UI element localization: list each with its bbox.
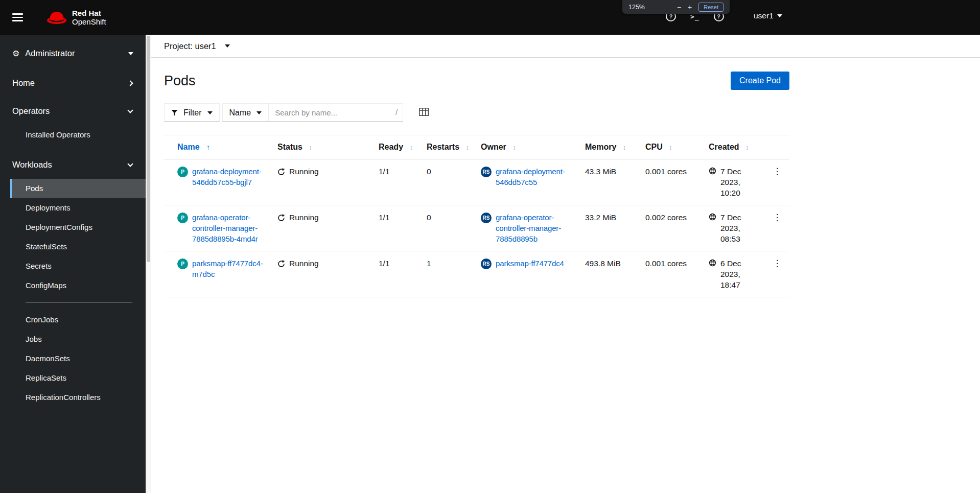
column-header-owner[interactable]: Owner ↕ <box>473 135 577 159</box>
owner-link[interactable]: grafana-operator-controller-manager-7885… <box>496 212 572 244</box>
sort-icon: ↕ <box>465 144 469 151</box>
pods-table: Name ↑ Status ↕ Ready ↕ <box>164 135 789 297</box>
owner-link[interactable]: grafana-deployment-546dd57c55 <box>496 166 572 187</box>
sync-icon <box>277 168 285 176</box>
sync-icon <box>277 214 285 222</box>
filter-funnel-icon <box>171 109 178 116</box>
sidebar-scrollbar[interactable] <box>146 35 151 493</box>
sync-icon <box>277 260 285 268</box>
sidebar-item-pods[interactable]: Pods <box>10 179 146 198</box>
pod-link[interactable]: grafana-deployment-546dd57c55-bgjl7 <box>192 166 264 187</box>
memory-cell: 43.3 MiB <box>577 159 637 205</box>
column-header-name[interactable]: Name ↑ <box>164 135 269 159</box>
page-header: Pods Create Pod <box>164 72 789 90</box>
filter-by-dropdown[interactable]: Name <box>222 103 269 122</box>
sidebar-item-deploymentconfigs[interactable]: DeploymentConfigs <box>0 218 146 237</box>
sort-icon: ↕ <box>512 144 516 151</box>
user-menu[interactable]: user1 <box>754 11 782 20</box>
pod-link[interactable]: parksmap-ff7477dc4-m7d5c <box>192 258 264 279</box>
column-header-restarts[interactable]: Restarts ↕ <box>418 135 473 159</box>
project-label: Project: user1 <box>164 41 216 51</box>
status-text: Running <box>289 212 319 223</box>
column-header-ready[interactable]: Ready ↕ <box>370 135 418 159</box>
zoom-out-button[interactable]: − <box>677 4 681 11</box>
browser-zoom-popup: 125% − + Reset <box>622 0 730 14</box>
status-text: Running <box>289 166 319 177</box>
chevron-down-icon <box>777 14 782 17</box>
created-timestamp: 7 Dec 2023, 08:53 <box>720 212 760 244</box>
search-input[interactable] <box>269 103 403 122</box>
sidebar-item-jobs[interactable]: Jobs <box>0 330 146 349</box>
sidebar-item-home[interactable]: Home <box>0 69 146 97</box>
perspective-switcher[interactable]: ⚙ Administrator <box>0 35 146 69</box>
sidebar-item-replicasets[interactable]: ReplicaSets <box>0 368 146 388</box>
openshift-console: Red Hat OpenShift ? >_ ? user1 125% − + … <box>0 0 980 493</box>
chevron-down-icon <box>256 111 262 114</box>
sidebar-item-replicationcontrollers[interactable]: ReplicationControllers <box>0 388 146 407</box>
sort-icon: ↕ <box>745 144 749 151</box>
sidebar-item-workloads[interactable]: Workloads <box>0 151 146 179</box>
redhat-openshift-logo: Red Hat OpenShift <box>46 9 106 26</box>
kebab-menu-icon[interactable]: ⋮ <box>769 258 786 269</box>
restarts-cell: 0 <box>418 159 473 205</box>
kebab-menu-icon[interactable]: ⋮ <box>769 166 786 177</box>
chevron-right-icon <box>127 80 133 86</box>
sidebar-item-secrets[interactable]: Secrets <box>0 256 146 276</box>
table-header-row: Name ↑ Status ↕ Ready ↕ <box>164 135 789 159</box>
created-timestamp: 7 Dec 2023, 10:20 <box>720 166 760 198</box>
brand-text: Red Hat OpenShift <box>72 9 106 26</box>
workloads-subnav: Pods Deployments DeploymentConfigs State… <box>0 179 146 413</box>
manage-columns-button[interactable] <box>417 106 431 120</box>
sidebar-item-cronjobs[interactable]: CronJobs <box>0 310 146 330</box>
sidebar-item-configmaps[interactable]: ConfigMaps <box>0 276 146 295</box>
owner-link[interactable]: parksmap-ff7477dc4 <box>496 258 564 269</box>
page-title: Pods <box>164 73 196 89</box>
cpu-cell: 0.001 cores <box>637 251 701 297</box>
chevron-down-icon <box>127 107 133 113</box>
sidebar-item-statefulsets[interactable]: StatefulSets <box>0 237 146 256</box>
nav-toggle-button[interactable] <box>12 8 31 27</box>
chevron-down-icon <box>207 111 213 114</box>
sidebar-item-daemonsets[interactable]: DaemonSets <box>0 349 146 368</box>
created-timestamp: 6 Dec 2023, 18:47 <box>720 258 760 290</box>
zoom-reset-button[interactable]: Reset <box>698 3 724 12</box>
replicaset-badge: RS <box>481 167 492 177</box>
brand-redhat: Red Hat <box>72 9 106 17</box>
sort-icon: ↕ <box>623 144 626 151</box>
masthead: Red Hat OpenShift ? >_ ? user1 <box>0 0 980 35</box>
project-selector[interactable]: Project: user1 <box>164 41 230 51</box>
search-box: / <box>269 103 403 122</box>
filter-dropdown[interactable]: Filter <box>164 103 220 122</box>
zoom-in-button[interactable]: + <box>688 4 692 11</box>
project-bar: Project: user1 <box>151 35 980 58</box>
table-row: P parksmap-ff7477dc4-m7d5c Running 1/ <box>164 251 789 297</box>
replicaset-badge: RS <box>481 259 492 269</box>
restarts-cell: 1 <box>418 251 473 297</box>
ready-cell: 1/1 <box>370 251 418 297</box>
column-header-created[interactable]: Created ↕ <box>701 135 765 159</box>
redhat-fedora-icon <box>46 10 67 25</box>
kebab-menu-icon[interactable]: ⋮ <box>769 212 786 223</box>
filter-toolbar: Filter Name / <box>164 103 789 122</box>
ready-cell: 1/1 <box>370 205 418 251</box>
globe-icon <box>709 213 716 221</box>
pod-link[interactable]: grafana-operator-controller-manager-7885… <box>192 212 264 244</box>
pod-badge: P <box>177 259 188 269</box>
scrollbar-thumb[interactable] <box>147 36 150 262</box>
table-row: P grafana-operator-controller-manager-78… <box>164 205 789 251</box>
sidebar-item-installed-operators[interactable]: Installed Operators <box>0 125 146 145</box>
replicaset-badge: RS <box>481 213 492 223</box>
search-shortcut-hint: / <box>395 108 398 116</box>
column-header-status[interactable]: Status ↕ <box>269 135 370 159</box>
table-row: P grafana-deployment-546dd57c55-bgjl7 Ru… <box>164 159 789 205</box>
chevron-down-icon <box>128 52 133 55</box>
create-pod-button[interactable]: Create Pod <box>731 72 789 90</box>
chevron-down-icon <box>127 161 133 167</box>
column-header-memory[interactable]: Memory ↕ <box>577 135 637 159</box>
sidebar-item-operators[interactable]: Operators <box>0 97 146 125</box>
sidebar-item-deployments[interactable]: Deployments <box>0 198 146 218</box>
page-content: Pods Create Pod Filter Name <box>151 72 980 297</box>
cpu-cell: 0.002 cores <box>637 205 701 251</box>
hamburger-icon <box>12 13 23 15</box>
column-header-cpu[interactable]: CPU ↕ <box>637 135 701 159</box>
